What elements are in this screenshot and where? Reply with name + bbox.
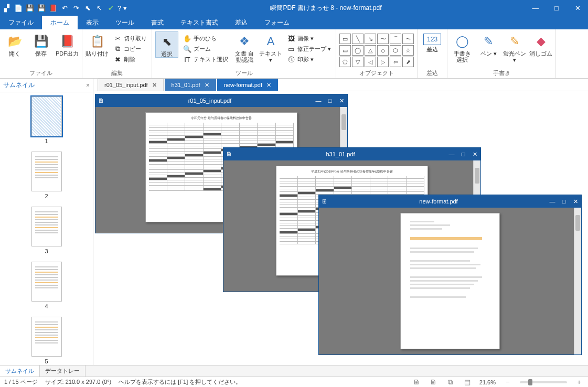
maximize-button[interactable]: □ [546, 0, 567, 16]
highlighter-button[interactable]: ✎蛍光ペン ▾ [503, 31, 526, 63]
mdi-close-button[interactable]: ✕ [336, 98, 347, 104]
cut-button[interactable]: ✂切り取り [112, 34, 148, 43]
thumbnail-page-4[interactable]: 4 [0, 262, 93, 309]
doc-tab-2[interactable]: new-format.pdf✕ [217, 79, 278, 91]
menu-0[interactable]: ファイル [0, 16, 42, 29]
shape-6[interactable]: ▭ [339, 45, 351, 56]
mdi-titlebar[interactable]: 🗎r01_05_input.pdf—□✕ [95, 94, 347, 107]
shape-7[interactable]: ◯ [352, 45, 364, 56]
text-button[interactable]: Aテキスト ▾ [259, 31, 282, 63]
shape-15[interactable]: ▷ [377, 57, 389, 67]
shape-11[interactable]: ☆ [402, 45, 414, 56]
doc-tab-close-icon[interactable]: ✕ [152, 82, 157, 89]
pen-button[interactable]: ✎ペン ▾ [477, 31, 500, 57]
thumbnail-page-2[interactable]: 2 [0, 152, 93, 199]
zoom-slider[interactable] [520, 381, 567, 383]
doc-tab-close-icon[interactable]: ✕ [266, 82, 271, 89]
zoom-in-button[interactable]: + [574, 378, 584, 386]
doc-tab-1[interactable]: h31_01.pdf✕ [165, 79, 216, 91]
menu-1[interactable]: ホーム [42, 16, 78, 29]
shape-10[interactable]: ⬡ [390, 45, 401, 56]
pdfout-button[interactable]: 📕PDF出力 [56, 31, 79, 57]
qat-cursor-icon[interactable]: ↖ [94, 3, 104, 13]
menu-4[interactable]: 書式 [143, 16, 172, 29]
status-icon-2[interactable]: 🗎 [429, 378, 439, 386]
eraser-button[interactable]: ◆消しゴム [529, 31, 552, 57]
menu-6[interactable]: 差込 [227, 16, 256, 29]
shape-13[interactable]: ▽ [352, 57, 364, 67]
text-select-button[interactable]: ITテキスト選択 [181, 55, 230, 64]
select-button[interactable]: ⬉選択 [155, 31, 178, 58]
shape-3[interactable]: 〜 [377, 34, 389, 44]
menu-2[interactable]: 表示 [78, 16, 107, 29]
menu-7[interactable]: フォーム [256, 16, 298, 29]
shape-1[interactable]: ╲ [352, 34, 364, 44]
shape-17[interactable]: ⬈ [402, 57, 414, 67]
mdi-close-button[interactable]: ✕ [469, 151, 480, 158]
image-button[interactable]: 🖼画像 ▾ [285, 34, 333, 43]
vertical-scrollbar[interactable] [574, 208, 581, 354]
thumbnail-panel-close[interactable]: × [86, 82, 90, 89]
qat-undo-icon[interactable]: ↶ [60, 3, 69, 13]
zoom-button[interactable]: 🔍ズーム [181, 44, 230, 53]
shape-8[interactable]: △ [365, 45, 376, 56]
copy-label: コピー [124, 45, 141, 53]
mdi-window-2[interactable]: 🗎new-format.pdf—□✕ [319, 195, 581, 354]
shape-9[interactable]: ◇ [377, 45, 389, 56]
mdi-min-button[interactable]: — [313, 98, 324, 104]
mdi-max-button[interactable]: □ [457, 151, 469, 158]
shape-4[interactable]: ⌒ [390, 34, 401, 44]
mdi-max-button[interactable]: □ [324, 98, 336, 104]
hand-button[interactable]: ✋手のひら [181, 34, 230, 43]
mdi-min-button[interactable]: — [547, 198, 558, 205]
qat-accept-icon[interactable]: ✔ [106, 3, 115, 13]
paste-button[interactable]: 📋貼り付け [85, 31, 109, 57]
qat-pointer-icon[interactable]: ⬉ [83, 3, 92, 13]
mdi-min-button[interactable]: — [446, 151, 457, 158]
stamp-button[interactable]: ㊞印影 ▾ [285, 55, 333, 64]
mdi-titlebar[interactable]: 🗎new-format.pdf—□✕ [319, 195, 581, 208]
mdi-titlebar[interactable]: 🗎h31_01.pdf—□✕ [223, 148, 480, 160]
status-icon-3[interactable]: ⧉ [446, 378, 455, 386]
app-icon[interactable]: ▞ [2, 3, 12, 13]
qat-redo-icon[interactable]: ↷ [71, 3, 81, 13]
qat-new-icon[interactable]: 📄 [14, 3, 23, 13]
pane-tab-1[interactable]: データトレー [40, 366, 85, 377]
doc-tab-0[interactable]: r01_05_input.pdf✕ [98, 79, 164, 91]
minimize-button[interactable]: — [525, 0, 546, 16]
hw-select-button[interactable]: ◯手書き 選択 [451, 31, 474, 63]
status-icon-1[interactable]: 🗎 [412, 378, 422, 386]
open-icon: 📂 [7, 34, 23, 49]
thumbnail-page-1[interactable]: 1 [0, 96, 93, 144]
zoom-out-button[interactable]: − [503, 378, 512, 386]
mdi-max-button[interactable]: □ [558, 198, 570, 205]
qat-export-icon[interactable]: 📕 [48, 3, 58, 13]
status-icon-4[interactable]: ▤ [463, 378, 472, 386]
menu-3[interactable]: ツール [107, 16, 143, 29]
delete-button[interactable]: ✖削除 [112, 55, 148, 64]
shape-0[interactable]: ▭ [339, 34, 351, 44]
qat-help-icon[interactable]: ? ▾ [117, 3, 127, 13]
shape-16[interactable]: ⇦ [390, 57, 401, 67]
qat-save-icon[interactable]: 💾 [25, 3, 35, 13]
open-button[interactable]: 📂開く [3, 31, 26, 57]
mdi-close-button[interactable]: ✕ [570, 198, 581, 205]
document-page[interactable] [400, 213, 500, 349]
doc-tab-close-icon[interactable]: ✕ [205, 82, 209, 89]
close-button[interactable]: ✕ [567, 0, 588, 16]
shape-2[interactable]: ↘ [365, 34, 376, 44]
shape-12[interactable]: ⬠ [339, 57, 351, 67]
thumbnail-page-5[interactable]: 5 [0, 317, 93, 364]
thumbnail-list[interactable]: 12345 [0, 92, 93, 365]
merge-button[interactable]: 123差込 [421, 31, 444, 52]
auto-detect-button[interactable]: ❖文書 自動認識 [233, 31, 256, 63]
pane-tab-0[interactable]: サムネイル [0, 366, 40, 377]
thumbnail-page-3[interactable]: 3 [0, 207, 93, 254]
shape-14[interactable]: ◁ [365, 57, 376, 67]
correction-tape-button[interactable]: ▭修正テープ ▾ [285, 44, 333, 53]
save-button[interactable]: 💾保存 [29, 31, 52, 57]
copy-button[interactable]: ⧉コピー [112, 44, 148, 53]
menu-5[interactable]: テキスト書式 [172, 16, 227, 29]
qat-saveas-icon[interactable]: 💾 [37, 3, 46, 13]
shape-5[interactable]: ⤳ [402, 34, 414, 44]
